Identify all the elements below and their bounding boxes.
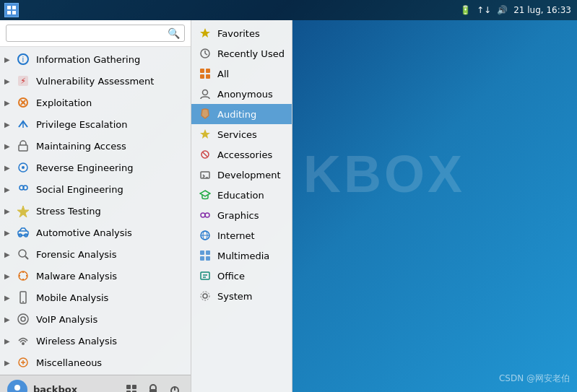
submenu-item-label: Internet	[217, 230, 255, 241]
search-icon[interactable]: 🔍	[168, 27, 180, 39]
svg-rect-69	[201, 272, 209, 279]
menu-item-label: Wireless Analysis	[36, 336, 117, 347]
right-submenu-item[interactable]: Favorites	[191, 23, 292, 43]
svg-point-14	[22, 166, 25, 169]
user-name: backbox	[33, 384, 123, 392]
submenu-item-label: Auditing	[217, 109, 256, 120]
submenu-arrow-icon: ▶	[4, 315, 13, 323]
left-menu-item[interactable]: ▶Forensic Analysis	[0, 243, 191, 265]
left-menu-item[interactable]: ▶iInformation Gathering	[0, 48, 191, 70]
datetime: 21 lug, 16:33	[513, 5, 571, 15]
submenu-arrow-icon: ▶	[4, 251, 13, 258]
menu-item-icon	[16, 182, 30, 196]
right-submenu-item[interactable]: Accessories	[191, 144, 292, 165]
left-menu-item[interactable]: ▶Privilege Escalation	[0, 113, 191, 135]
svg-rect-51	[200, 74, 204, 79]
right-submenu-item[interactable]: Multimedia	[191, 245, 292, 266]
submenu-item-label: Education	[217, 190, 264, 201]
submenu-arrow-icon: ▶	[4, 56, 13, 64]
menu-item-icon: ⚡	[16, 74, 30, 88]
menu-item-label: Maintaining Access	[36, 141, 126, 152]
submenu-item-label: Development	[217, 170, 281, 180]
volume-icon: 🔊	[497, 5, 508, 15]
menu-item-icon	[16, 117, 30, 131]
svg-point-73	[201, 292, 209, 300]
right-submenu-item[interactable]: Development	[191, 165, 292, 185]
windows-button[interactable]	[123, 381, 140, 393]
search-bar: 🔍	[0, 20, 191, 47]
svg-text:⚡: ⚡	[20, 77, 26, 86]
menu-item-label: VoIP Analysis	[36, 314, 97, 325]
submenu-item-icon	[199, 148, 212, 161]
submenu-arrow-icon: ▶	[4, 99, 13, 107]
svg-rect-12	[19, 145, 27, 151]
submenu-arrow-icon: ▶	[4, 207, 13, 215]
svg-point-60	[201, 213, 205, 217]
left-menu-item[interactable]: ▶Malware Analysis	[0, 265, 191, 287]
submenu-item-label: Services	[217, 129, 257, 140]
menu-item-icon	[16, 225, 30, 240]
left-menu-item[interactable]: ▶Automotive Analysis	[0, 222, 191, 243]
submenu-item-label: Graphics	[217, 210, 259, 221]
user-avatar	[7, 380, 27, 393]
submenu-arrow-icon: ▶	[4, 359, 13, 367]
right-submenu-item[interactable]: Graphics	[191, 205, 292, 225]
menu-item-label: Social Engineering	[36, 184, 123, 195]
left-menu-item[interactable]: ▶Stress Testing	[0, 200, 191, 222]
right-submenu-item[interactable]: Internet	[191, 225, 292, 245]
left-menu-item[interactable]: ▶⚡Vulnerability Assessment	[0, 70, 191, 92]
right-submenu-item[interactable]: Services	[191, 124, 292, 144]
right-submenu-item[interactable]: Education	[191, 185, 292, 205]
svg-rect-66	[206, 251, 210, 255]
svg-line-22	[25, 256, 28, 259]
svg-rect-2	[7, 11, 11, 14]
right-submenu-item[interactable]: Auditing	[191, 104, 292, 124]
submenu-item-icon	[199, 128, 212, 141]
battery-icon: 🔋	[460, 5, 471, 15]
svg-line-48	[205, 53, 207, 55]
submenu-item-label: Accessories	[217, 149, 272, 160]
taskbar-app-icon[interactable]	[4, 3, 19, 17]
svg-rect-50	[206, 69, 210, 73]
menu-item-label: Reverse Engineering	[36, 162, 133, 173]
left-menu-item[interactable]: ▶Wireless Analysis	[0, 330, 191, 352]
submenu-item-icon	[199, 168, 212, 181]
lock-button[interactable]	[144, 381, 162, 393]
right-submenu-item[interactable]: All	[191, 64, 292, 84]
submenu-item-label: Favorites	[217, 28, 260, 39]
left-menu-item[interactable]: ▶Miscellaneous	[0, 352, 191, 373]
menu-item-icon	[16, 290, 30, 305]
menu-item-label: Forensic Analysis	[36, 249, 117, 260]
svg-point-32	[22, 342, 25, 345]
submenu-arrow-icon: ▶	[4, 77, 13, 85]
svg-line-56	[203, 152, 207, 157]
power-button[interactable]	[166, 381, 183, 393]
submenu-arrow-icon: ▶	[4, 337, 13, 345]
left-menu-item[interactable]: ▶Social Engineering	[0, 178, 191, 200]
svg-rect-49	[200, 69, 204, 73]
brand-text: KBOX	[303, 144, 465, 204]
left-menu-item[interactable]: ▶Reverse Engineering	[0, 157, 191, 178]
submenu-item-icon	[199, 87, 212, 100]
network-icon: ↑↓	[477, 5, 491, 15]
submenu-item-icon	[199, 209, 212, 222]
right-submenu-item[interactable]: Anonymous	[191, 84, 292, 104]
right-submenu-item[interactable]: Recently Used	[191, 43, 292, 64]
search-input[interactable]	[11, 28, 168, 39]
watermark: CSDN @网安老伯	[499, 373, 570, 385]
left-menu-item[interactable]: ▶VoIP Analysis	[0, 308, 191, 330]
left-menu-item[interactable]: ▶Mobile Analysis	[0, 287, 191, 308]
left-menu-item[interactable]: ▶Exploitation	[0, 92, 191, 113]
submenu-item-icon	[199, 289, 212, 302]
left-menu-item[interactable]: ▶Maintaining Access	[0, 135, 191, 157]
menu-item-label: Mobile Analysis	[36, 292, 108, 303]
menu-left-panel: 🔍 ▶iInformation Gathering▶⚡Vulnerability…	[0, 20, 191, 392]
menu-item-label: Malware Analysis	[36, 271, 117, 282]
right-submenu-item[interactable]: System	[191, 286, 292, 306]
submenu-item-icon	[199, 67, 212, 80]
right-submenu-item[interactable]: Office	[191, 266, 292, 286]
svg-rect-57	[201, 172, 209, 178]
svg-point-30	[18, 314, 28, 324]
svg-rect-68	[206, 256, 210, 261]
svg-marker-17	[17, 206, 29, 217]
